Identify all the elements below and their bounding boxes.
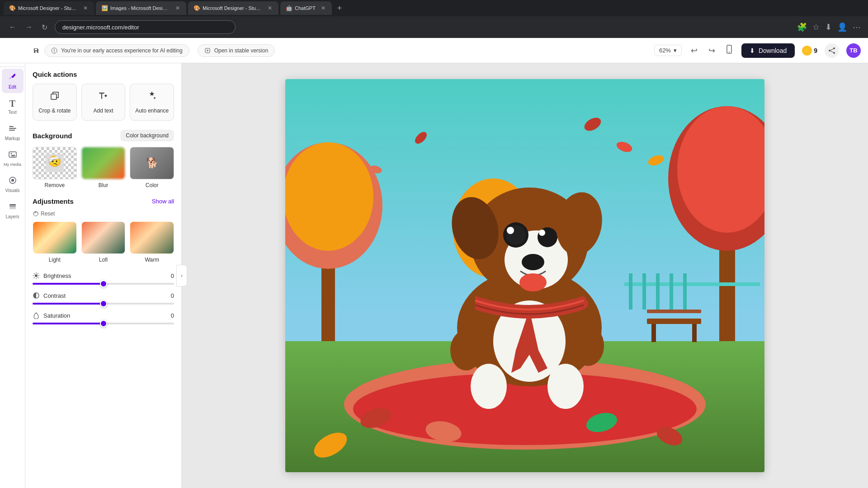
tab-3[interactable]: 🎨 Microsoft Designer - Stunning ✕ — [188, 1, 278, 15]
brightness-thumb[interactable] — [100, 280, 107, 287]
tab-1[interactable]: 🎨 Microsoft Designer - Stunning ✕ — [4, 1, 94, 15]
filter-warm[interactable]: Warm — [130, 221, 174, 263]
filter-light[interactable]: Light — [33, 221, 77, 263]
svg-rect-38 — [683, 273, 687, 310]
tab-3-favicon: 🎨 — [193, 5, 200, 11]
text-label: Text — [8, 110, 16, 115]
download-button[interactable]: ⬇ Download — [741, 43, 795, 58]
bg-color-thumb: 🐕 — [130, 147, 174, 179]
show-all-button[interactable]: Show all — [152, 198, 174, 205]
header-right: 62% ▾ ↩ ↪ ⬇ Download ⚡ 9 — [654, 43, 861, 58]
reload-button[interactable]: ↻ — [40, 21, 49, 33]
saturation-slider-track — [33, 323, 174, 324]
brightness-slider[interactable] — [33, 283, 174, 285]
svg-rect-18 — [51, 94, 57, 99]
filter-grid: Light Lofi Warm — [33, 221, 174, 263]
tab-1-label: Microsoft Designer - Stunning — [18, 5, 78, 11]
collapse-panel-button[interactable]: ‹ — [176, 265, 187, 286]
avatar-initials: TB — [849, 47, 857, 54]
tab-1-close[interactable]: ✕ — [82, 4, 89, 12]
sidebar-item-my-media[interactable]: My media — [2, 146, 24, 170]
downloads-icon[interactable]: ⬇ — [825, 22, 832, 32]
show-all-label: Show all — [152, 198, 174, 205]
mobile-preview-icon[interactable] — [724, 44, 734, 56]
contrast-icon — [33, 292, 40, 299]
quick-actions-title: Quick actions — [33, 70, 174, 78]
profile-icon[interactable]: 👤 — [837, 22, 847, 32]
color-background-button[interactable]: Color background — [120, 130, 174, 141]
add-text-label: Add text — [93, 108, 113, 114]
my-media-label: My media — [4, 162, 21, 167]
svg-rect-42 — [647, 310, 701, 313]
tab-3-close[interactable]: ✕ — [267, 4, 273, 12]
brightness-value: 0 — [163, 272, 174, 279]
svg-rect-36 — [656, 273, 660, 310]
reset-row: Reset — [33, 211, 174, 217]
saturation-thumb[interactable] — [100, 320, 107, 327]
contrast-label: Contrast — [43, 292, 160, 299]
tab-2-close[interactable]: ✕ — [175, 4, 181, 12]
canvas-frame — [285, 79, 764, 472]
address-bar: ← → ↻ 🧩 ☆ ⬇ 👤 ⋯ — [0, 16, 868, 38]
filter-lofi[interactable]: Lofi — [81, 221, 126, 263]
svg-point-27 — [285, 142, 373, 251]
extensions-icon[interactable]: 🧩 — [797, 22, 807, 32]
add-text-action[interactable]: Add text — [81, 84, 126, 121]
add-text-icon — [98, 90, 108, 104]
back-button[interactable]: ← — [7, 21, 18, 33]
edit-label: Edit — [9, 84, 16, 89]
address-input[interactable] — [55, 20, 236, 34]
saturation-label: Saturation — [43, 312, 160, 319]
contrast-slider-group: Contrast 0 — [33, 292, 174, 305]
user-avatar[interactable]: TB — [846, 43, 861, 58]
undo-button[interactable]: ↩ — [689, 44, 699, 57]
saturation-slider-group: Saturation 0 — [33, 312, 174, 324]
menu-icon[interactable]: ⋯ — [853, 22, 861, 32]
main-content: Quick actions Crop & rotate Add text — [25, 63, 868, 488]
crop-rotate-action[interactable]: Crop & rotate — [33, 84, 77, 121]
tab-2[interactable]: 🖼️ Images - Microsoft Designer ✕ — [96, 1, 186, 15]
new-tab-button[interactable]: + — [334, 4, 346, 13]
credits-count: 9 — [814, 47, 817, 54]
quick-actions-section: Quick actions Crop & rotate Add text — [33, 70, 174, 121]
open-stable-button[interactable]: Open in stable version — [198, 44, 275, 57]
edit-icon — [8, 72, 17, 84]
tab-1-favicon: 🎨 — [9, 5, 15, 11]
contrast-thumb[interactable] — [100, 300, 107, 307]
sidebar-item-visuals[interactable]: Visuals — [2, 172, 24, 197]
svg-point-15 — [833, 47, 835, 49]
sidebar-item-text[interactable]: T Text — [2, 95, 24, 118]
credits-icon: ⚡ — [802, 46, 812, 56]
reset-button[interactable]: Reset — [33, 211, 55, 217]
filter-warm-label: Warm — [130, 257, 174, 263]
bg-blur-thumb — [81, 147, 126, 179]
svg-point-59 — [572, 325, 604, 366]
save-indicator — [33, 47, 40, 54]
saturation-slider[interactable] — [33, 323, 174, 324]
color-bg-label: Color background — [126, 132, 169, 139]
tab-4-label: ChatGPT — [295, 5, 316, 11]
bg-blur[interactable]: Blur — [81, 147, 126, 188]
text-icon: T — [9, 99, 15, 109]
sidebar-item-layers[interactable]: Layers — [2, 198, 24, 223]
bg-color[interactable]: 🐕 Color — [130, 147, 174, 188]
svg-point-5 — [10, 153, 12, 155]
contrast-slider[interactable] — [33, 303, 174, 305]
visuals-icon — [8, 176, 17, 187]
tab-4[interactable]: 🤖 ChatGPT ✕ — [280, 1, 332, 15]
svg-point-19 — [35, 274, 38, 277]
forward-button[interactable]: → — [24, 21, 34, 33]
tab-4-favicon: 🤖 — [286, 5, 292, 11]
my-media-icon — [8, 150, 17, 161]
share-button[interactable] — [825, 43, 839, 58]
zoom-control[interactable]: 62% ▾ — [654, 45, 682, 56]
auto-enhance-action[interactable]: Auto enhance — [130, 84, 174, 121]
sidebar-item-edit[interactable]: Edit — [2, 69, 24, 93]
adjustments-header: Adjustments Show all — [33, 197, 174, 205]
svg-rect-2 — [9, 126, 14, 127]
favorites-icon[interactable]: ☆ — [812, 22, 820, 32]
tab-4-close[interactable]: ✕ — [320, 4, 326, 12]
bg-remove[interactable]: Remove — [33, 147, 77, 188]
sidebar-item-markup[interactable]: Markup — [2, 120, 24, 145]
redo-button[interactable]: ↪ — [707, 44, 717, 57]
